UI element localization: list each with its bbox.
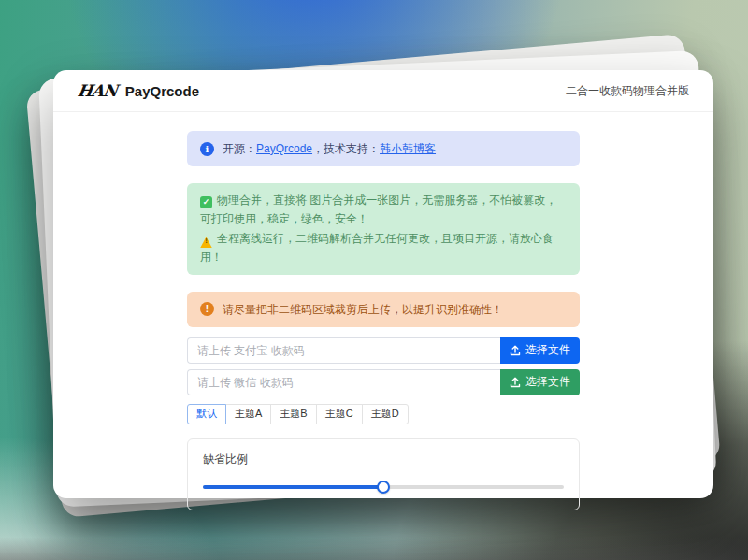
alipay-upload-row: 选择文件 bbox=[187, 337, 580, 364]
choose-file-label: 选择文件 bbox=[525, 342, 570, 358]
alert-icon: ! bbox=[200, 302, 214, 316]
upload-icon bbox=[510, 377, 521, 388]
upload-icon bbox=[510, 345, 521, 356]
alipay-qrcode-input[interactable] bbox=[187, 337, 500, 364]
theme-selector: 默认 主题A 主题B 主题C 主题D bbox=[187, 404, 580, 424]
theme-button-a[interactable]: 主题A bbox=[225, 404, 271, 424]
han-logo: HAN bbox=[77, 81, 119, 100]
alipay-choose-file-button[interactable]: 选择文件 bbox=[500, 337, 580, 364]
brand: HAN PayQrcode bbox=[78, 81, 199, 100]
hanxiaohan-blog-link[interactable]: 韩小韩博客 bbox=[380, 142, 436, 155]
theme-button-default[interactable]: 默认 bbox=[187, 404, 226, 424]
wechat-upload-row: 选择文件 bbox=[187, 369, 580, 395]
wechat-choose-file-button[interactable]: 选择文件 bbox=[500, 369, 580, 395]
payqrcode-link[interactable]: PayQrcode bbox=[256, 142, 312, 155]
slider-thumb[interactable] bbox=[377, 481, 390, 494]
ratio-slider-card: 缺省比例 bbox=[187, 438, 580, 510]
app-title: PayQrcode bbox=[125, 83, 199, 99]
theme-button-d[interactable]: 主题D bbox=[362, 404, 409, 424]
success-banner: ✓物理合并，直接将 图片合并成一张图片，无需服务器，不怕被篡改，可打印使用，稳定… bbox=[187, 183, 580, 275]
info-prefix: 开源： bbox=[223, 142, 256, 155]
desktop-background: HAN PayQrcode 二合一收款码物理合并版 i 开源：PayQrcode… bbox=[0, 0, 748, 560]
slider-fill bbox=[203, 485, 383, 489]
info-icon: i bbox=[200, 142, 214, 156]
success-line-2-text: 全程离线运行，二维码解析合并无任何更改，且项目开源，请放心食用！ bbox=[200, 232, 554, 265]
main-content: i 开源：PayQrcode，技术支持：韩小韩博客 ✓物理合并，直接将 图片合并… bbox=[187, 131, 580, 510]
theme-button-c[interactable]: 主题C bbox=[316, 404, 363, 424]
success-line-1: ✓物理合并，直接将 图片合并成一张图片，无需服务器，不怕被篡改，可打印使用，稳定… bbox=[200, 191, 567, 229]
ratio-slider[interactable] bbox=[203, 481, 564, 494]
wechat-qrcode-input[interactable] bbox=[187, 369, 500, 395]
info-middle: ，技术支持： bbox=[312, 142, 380, 155]
success-line-1-text: 物理合并，直接将 图片合并成一张图片，无需服务器，不怕被篡改，可打印使用，稳定，… bbox=[200, 194, 556, 225]
check-icon: ✓ bbox=[200, 196, 212, 208]
info-banner: i 开源：PayQrcode，技术支持：韩小韩博客 bbox=[187, 131, 580, 166]
theme-button-b[interactable]: 主题B bbox=[270, 404, 316, 424]
success-line-2: !全程离线运行，二维码解析合并无任何更改，且项目开源，请放心食用！ bbox=[200, 229, 567, 267]
warning-banner: ! 请尽量把非二维码区域裁剪后上传，以提升识别准确性！ bbox=[187, 292, 580, 327]
info-banner-text: 开源：PayQrcode，技术支持：韩小韩博客 bbox=[223, 139, 436, 158]
warning-banner-text: 请尽量把非二维码区域裁剪后上传，以提升识别准确性！ bbox=[223, 300, 503, 319]
card-header: HAN PayQrcode 二合一收款码物理合并版 bbox=[53, 70, 713, 112]
edition-subtitle: 二合一收款码物理合并版 bbox=[566, 83, 689, 99]
slider-label: 缺省比例 bbox=[203, 452, 564, 467]
warning-icon: ! bbox=[200, 237, 212, 248]
payqrcode-window: HAN PayQrcode 二合一收款码物理合并版 i 开源：PayQrcode… bbox=[53, 70, 713, 498]
choose-file-label: 选择文件 bbox=[525, 374, 570, 390]
